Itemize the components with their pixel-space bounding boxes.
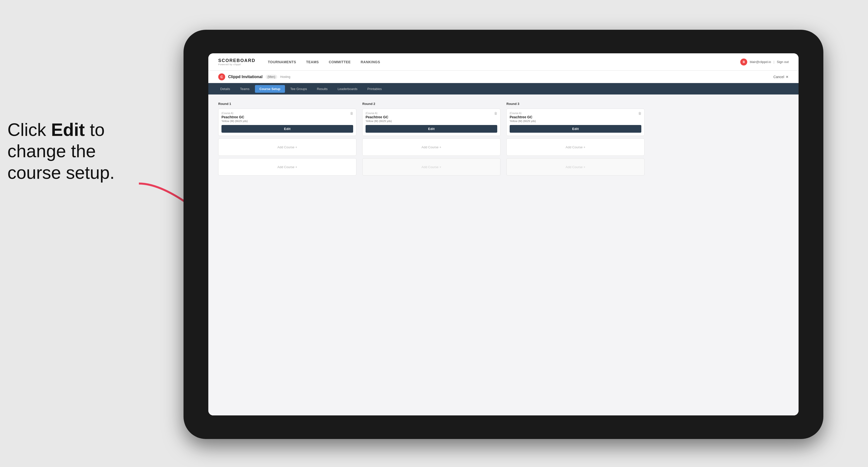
round-1-add-course-2[interactable]: Add Course + bbox=[218, 158, 356, 176]
user-email: blair@clippd.io bbox=[750, 60, 771, 64]
sub-nav: Details Teams Course Setup Tee Groups Re… bbox=[208, 83, 799, 94]
round-2-add-course-1[interactable]: Add Course + bbox=[362, 138, 500, 156]
round-3-column: Round 3 🗑 (Course A) Peachtree GC Yellow… bbox=[506, 102, 645, 178]
nav-rankings[interactable]: RANKINGS bbox=[361, 60, 380, 64]
round-2-course-details: Yellow (M) (6629 yds) bbox=[366, 120, 497, 123]
tab-leaderboards[interactable]: Leaderboards bbox=[333, 85, 362, 93]
round-2-column: Round 2 🗑 (Course A) Peachtree GC Yellow… bbox=[362, 102, 500, 178]
tablet-shell: SCOREBOARD Powered by clippd TOURNAMENTS… bbox=[184, 30, 824, 439]
sign-out-link[interactable]: Sign out bbox=[777, 60, 788, 64]
round-3-course-name: Peachtree GC bbox=[509, 115, 641, 119]
round-3-course-details: Yellow (M) (6629 yds) bbox=[509, 120, 641, 123]
round-1-add-course-1[interactable]: Add Course + bbox=[218, 138, 356, 156]
round-3-delete-icon[interactable]: 🗑 bbox=[638, 111, 642, 116]
cancel-icon: ✕ bbox=[786, 75, 788, 79]
round-2-add-course-1-text: Add Course + bbox=[422, 145, 441, 149]
cancel-button[interactable]: Cancel ✕ bbox=[773, 75, 788, 79]
user-avatar: B bbox=[740, 59, 747, 65]
top-nav-right: B blair@clippd.io | Sign out bbox=[740, 59, 788, 65]
tournament-name: Clippd Invitational bbox=[228, 75, 262, 79]
round-1-course-card: 🗑 (Course A) Peachtree GC Yellow (M) (66… bbox=[218, 108, 356, 136]
round-1-edit-button[interactable]: Edit bbox=[221, 125, 353, 133]
instruction-text: Click Edit tochange thecourse setup. bbox=[7, 119, 115, 183]
logo-title: SCOREBOARD bbox=[218, 58, 255, 63]
round-3-title: Round 3 bbox=[506, 102, 645, 106]
round-3-course-label: (Course A) bbox=[509, 112, 641, 115]
tab-tee-groups[interactable]: Tee Groups bbox=[286, 85, 311, 93]
top-nav: SCOREBOARD Powered by clippd TOURNAMENTS… bbox=[208, 53, 799, 71]
round-1-add-course-1-text: Add Course + bbox=[278, 145, 297, 149]
tournament-header: C Clippd Invitational (Men) Hosting Canc… bbox=[208, 71, 799, 83]
round-1-title: Round 1 bbox=[218, 102, 356, 106]
round-2-title: Round 2 bbox=[362, 102, 500, 106]
tournament-gender: (Men) bbox=[266, 75, 277, 79]
cancel-label: Cancel bbox=[773, 75, 784, 79]
tab-details[interactable]: Details bbox=[216, 85, 235, 93]
tab-course-setup[interactable]: Course Setup bbox=[255, 85, 285, 93]
round-3-add-course-2-text: Add Course + bbox=[566, 165, 586, 169]
round-2-course-name: Peachtree GC bbox=[366, 115, 497, 119]
separator: | bbox=[774, 60, 774, 64]
round-1-column: Round 1 🗑 (Course A) Peachtree GC Yellow… bbox=[218, 102, 356, 178]
nav-tournaments[interactable]: TOURNAMENTS bbox=[268, 60, 296, 64]
nav-committee[interactable]: COMMITTEE bbox=[329, 60, 351, 64]
hosting-badge: Hosting bbox=[280, 75, 290, 79]
tab-results[interactable]: Results bbox=[312, 85, 332, 93]
round-1-course-details: Yellow (M) (6629 yds) bbox=[221, 120, 353, 123]
nav-teams[interactable]: TEAMS bbox=[306, 60, 319, 64]
clippd-logo: C bbox=[218, 73, 225, 80]
round-2-delete-icon[interactable]: 🗑 bbox=[493, 111, 498, 116]
tab-printables[interactable]: Printables bbox=[363, 85, 386, 93]
round-3-course-card: 🗑 (Course A) Peachtree GC Yellow (M) (66… bbox=[506, 108, 645, 136]
round-2-add-course-2-text: Add Course + bbox=[422, 165, 441, 169]
round-1-delete-icon[interactable]: 🗑 bbox=[349, 111, 354, 116]
round-3-add-course-1[interactable]: Add Course + bbox=[506, 138, 645, 156]
round-2-add-course-2: Add Course + bbox=[362, 158, 500, 176]
round-2-course-label: (Course A) bbox=[366, 112, 497, 115]
round-3-add-course-2: Add Course + bbox=[506, 158, 645, 176]
round-3-add-course-1-text: Add Course + bbox=[566, 145, 586, 149]
tab-teams[interactable]: Teams bbox=[236, 85, 254, 93]
scoreboard-logo: SCOREBOARD Powered by clippd bbox=[218, 58, 255, 66]
tablet-screen: SCOREBOARD Powered by clippd TOURNAMENTS… bbox=[208, 53, 799, 415]
tournament-info: C Clippd Invitational (Men) Hosting bbox=[218, 73, 290, 80]
round-2-edit-button[interactable]: Edit bbox=[366, 125, 497, 133]
round-1-add-course-2-text: Add Course + bbox=[278, 165, 297, 169]
main-content: Round 1 🗑 (Course A) Peachtree GC Yellow… bbox=[208, 94, 799, 415]
round-1-course-label: (Course A) bbox=[221, 112, 353, 115]
logo-subtitle: Powered by clippd bbox=[218, 63, 255, 66]
rounds-container: Round 1 🗑 (Course A) Peachtree GC Yellow… bbox=[218, 102, 788, 178]
round-3-edit-button[interactable]: Edit bbox=[509, 125, 641, 133]
round-1-course-name: Peachtree GC bbox=[221, 115, 353, 119]
nav-links: TOURNAMENTS TEAMS COMMITTEE RANKINGS bbox=[268, 60, 740, 64]
round-2-course-card: 🗑 (Course A) Peachtree GC Yellow (M) (66… bbox=[362, 108, 500, 136]
